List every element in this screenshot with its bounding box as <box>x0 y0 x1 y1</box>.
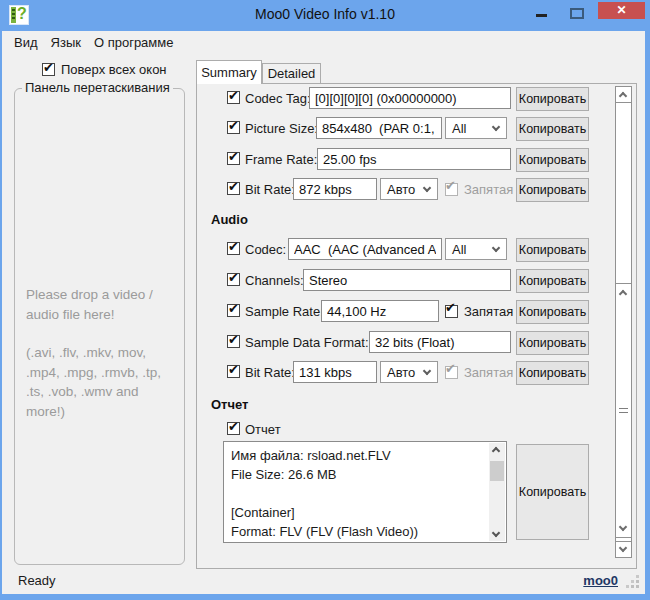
scrollbar-down-button[interactable] <box>616 541 631 557</box>
bit-rate-video-unit-dropdown[interactable]: Авто <box>380 178 438 200</box>
page-scrollbar[interactable] <box>615 86 632 558</box>
copy-sample-data-format-button[interactable]: Копировать <box>516 331 589 355</box>
copy-picture-size-button[interactable]: Копировать <box>516 117 589 141</box>
frame-rate-input[interactable] <box>317 148 511 170</box>
drag-panel[interactable]: Панель перетаскивания Please drop a vide… <box>14 88 185 565</box>
bit-rate-audio-unit-dropdown[interactable]: Авто <box>380 361 438 383</box>
bit-rate-video-checkbox[interactable]: ✔ <box>227 182 240 195</box>
report-line: Format: FLV (FLV (Flash Video)) <box>231 522 486 541</box>
summary-tab-page: ✔ Codec Tag: Копировать ✔ Picture Size: … <box>196 83 637 569</box>
check-icon: ✔ <box>228 88 239 103</box>
thumb-gripper-icon <box>619 408 628 413</box>
maximize-button[interactable] <box>570 8 584 19</box>
bit-rate-audio-input[interactable] <box>293 361 377 383</box>
checkbox-box[interactable]: ✔ <box>42 63 55 76</box>
client-area: Вид Язык О программе ✔Поверх всех окон П… <box>2 31 645 594</box>
chevron-down-icon <box>619 523 627 531</box>
resize-grip[interactable] <box>636 585 639 588</box>
sample-data-format-checkbox[interactable]: ✔ <box>227 335 240 348</box>
check-icon: ✔ <box>228 118 239 133</box>
audio-codec-checkbox[interactable]: ✔ <box>227 242 240 255</box>
sample-data-format-input[interactable] <box>369 331 511 353</box>
bit-rate-video-label: Bit Rate: <box>245 182 295 197</box>
check-icon: ✔ <box>228 362 239 377</box>
dropdown-value: All <box>452 242 466 257</box>
scroll-up-icon[interactable] <box>492 447 500 455</box>
scroll-down-icon[interactable] <box>492 529 500 537</box>
row-frame-rate: ✔ Frame Rate: Копировать <box>197 148 636 172</box>
row-sample-data-format: ✔ Sample Data Format: Копировать <box>197 331 636 355</box>
picture-size-checkbox[interactable]: ✔ <box>227 121 240 134</box>
chevron-up-icon <box>619 92 627 100</box>
codec-tag-input[interactable] <box>309 87 511 109</box>
report-section-header: Отчет <box>211 397 248 412</box>
row-codec-tag: ✔ Codec Tag: Копировать <box>197 87 636 111</box>
scrollbar-thumb[interactable] <box>616 283 631 538</box>
chevron-down-icon <box>423 184 431 192</box>
chevron-down-icon <box>492 123 500 131</box>
report-line <box>231 484 486 503</box>
report-checkbox-label: Отчет <box>245 422 281 437</box>
chevron-down-icon <box>492 244 500 252</box>
copy-sample-rate-button[interactable]: Копировать <box>516 300 589 324</box>
tab-summary[interactable]: Summary <box>196 60 262 84</box>
frame-rate-label: Frame Rate: <box>245 152 317 167</box>
close-button[interactable]: ✕ <box>598 2 645 19</box>
dropdown-value: Авто <box>387 365 415 380</box>
check-icon: ✔ <box>445 178 456 193</box>
audio-codec-unit-dropdown[interactable]: All <box>445 238 507 260</box>
sample-data-format-label: Sample Data Format: <box>245 335 369 350</box>
status-bar: Ready moo0 <box>2 568 645 594</box>
menu-language[interactable]: Язык <box>51 33 90 52</box>
scrollbar-thumb[interactable] <box>490 461 504 481</box>
frame-rate-checkbox[interactable]: ✔ <box>227 152 240 165</box>
report-checkbox[interactable]: ✔ <box>227 422 240 435</box>
report-scrollbar[interactable] <box>489 443 505 541</box>
row-report-checkbox: ✔ Отчет <box>197 418 636 442</box>
picture-size-input[interactable] <box>316 117 442 139</box>
row-picture-size: ✔ Picture Size: All Копировать <box>197 117 636 141</box>
comma-checkbox[interactable]: ✔Запятая <box>445 304 513 319</box>
copy-bit-rate-audio-button[interactable]: Копировать <box>516 361 589 385</box>
audio-codec-input[interactable] <box>288 238 442 260</box>
bit-rate-video-input[interactable] <box>293 178 377 200</box>
copy-audio-codec-button[interactable]: Копировать <box>516 238 589 262</box>
sample-rate-input[interactable] <box>321 300 439 322</box>
copy-report-button[interactable]: Копировать <box>516 444 589 540</box>
copy-frame-rate-button[interactable]: Копировать <box>516 148 589 172</box>
picture-size-label: Picture Size: <box>245 121 318 136</box>
comma-label: Запятая <box>464 182 513 197</box>
check-icon: ✔ <box>228 270 239 285</box>
stay-on-top-label: Поверх всех окон <box>61 62 167 77</box>
copy-codec-tag-button[interactable]: Копировать <box>516 87 589 111</box>
scrollbar-up-button[interactable] <box>616 87 631 103</box>
drag-panel-title: Панель перетаскивания <box>22 80 173 95</box>
channels-input[interactable] <box>303 269 511 291</box>
check-icon: ✔ <box>445 300 456 315</box>
stay-on-top-checkbox[interactable]: ✔Поверх всех окон <box>42 62 167 77</box>
tab-detailed[interactable]: Detailed <box>262 63 321 83</box>
report-textarea[interactable]: Имя файла: rsload.net.FLV File Size: 26.… <box>223 441 507 543</box>
copy-channels-button[interactable]: Копировать <box>516 269 589 293</box>
checkbox-box[interactable]: ✔ <box>445 305 458 318</box>
moo0-link[interactable]: moo0 <box>583 573 618 588</box>
codec-tag-checkbox[interactable]: ✔ <box>227 91 240 104</box>
drop-hint-text: Please drop a video / audio file here! <box>26 285 178 324</box>
minimize-button[interactable] <box>536 14 547 17</box>
check-icon: ✔ <box>228 419 239 434</box>
title-bar: ? Moo0 Video Info v1.10 ✕ <box>0 0 650 31</box>
dropdown-value: All <box>452 121 466 136</box>
row-audio-codec: ✔ Codec: All Копировать <box>197 238 636 262</box>
copy-bit-rate-video-button[interactable]: Копировать <box>516 178 589 202</box>
row-channels: ✔ Channels: Копировать <box>197 269 636 293</box>
checkbox-box: ✔ <box>445 366 458 379</box>
sample-rate-checkbox[interactable]: ✔ <box>227 304 240 317</box>
bit-rate-audio-checkbox[interactable]: ✔ <box>227 365 240 378</box>
menu-about[interactable]: О программе <box>94 33 183 52</box>
channels-checkbox[interactable]: ✔ <box>227 273 240 286</box>
check-icon: ✔ <box>228 239 239 254</box>
report-line: File Size: 26.6 MB <box>231 465 486 484</box>
menu-view[interactable]: Вид <box>14 33 47 52</box>
picture-size-unit-dropdown[interactable]: All <box>445 117 507 139</box>
drop-formats-text: (.avi, .flv, .mkv, mov, .mp4, .mpg, .rmv… <box>26 343 178 421</box>
